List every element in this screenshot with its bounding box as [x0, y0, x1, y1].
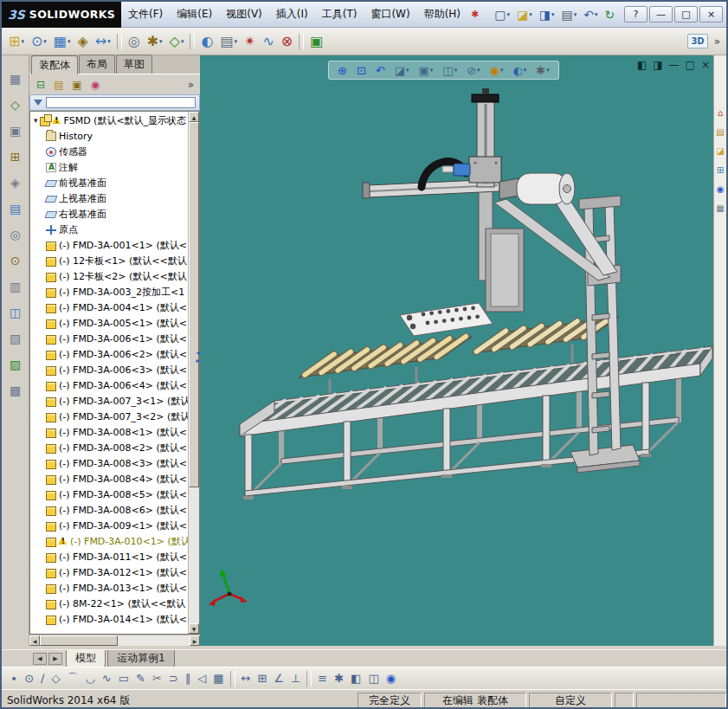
- tree-item[interactable]: (-) FMD-3A-009<1> (默认<: [30, 518, 188, 533]
- tree-item[interactable]: (-) FMD-3A-013<1> (默认<: [30, 580, 188, 596]
- view-palette-icon[interactable]: ⊞: [717, 166, 724, 175]
- propertymanager-tab[interactable]: ▤: [51, 77, 67, 93]
- doc-restore-button[interactable]: □: [686, 60, 695, 70]
- linear-component-pattern-button[interactable]: ▦ ▾: [51, 31, 74, 52]
- tree-item[interactable]: (-) FMD-3A-003_2按加工<1: [30, 284, 188, 300]
- left-toolbar-button-2[interactable]: ◇: [6, 95, 25, 114]
- hide-show-items-button[interactable]: ⊘ ▾: [464, 60, 482, 81]
- left-toolbar-button-5[interactable]: ◈: [6, 173, 25, 192]
- left-toolbar-button-4[interactable]: ⊞: [6, 147, 25, 166]
- print-button[interactable]: ▤ ▾: [559, 4, 580, 25]
- tree-item[interactable]: (-) 12卡板<1> (默认<<默认: [30, 253, 188, 268]
- tree-item[interactable]: (-) FMD-3A-007_3<2> (默认: [30, 409, 188, 424]
- graphics-area[interactable]: [200, 55, 717, 646]
- interference-detection-button[interactable]: ⊗: [279, 31, 295, 52]
- menu-help[interactable]: 帮助(H): [417, 3, 467, 25]
- left-toolbar-button-10[interactable]: ◫: [6, 303, 25, 322]
- menu-view[interactable]: 视图(V): [219, 3, 269, 25]
- tree-item[interactable]: (-) 12卡板<2> (默认<<默认: [30, 268, 188, 284]
- split-view-right-button[interactable]: ◨: [653, 60, 662, 70]
- tree-item[interactable]: (-) FMD-3A-001<1> (默认<: [30, 237, 188, 253]
- move-component-button[interactable]: ↔ ▾: [93, 31, 113, 52]
- left-toolbar-button-6[interactable]: ▤: [6, 199, 25, 218]
- tree-item[interactable]: 原点: [30, 222, 188, 237]
- tree-item[interactable]: (-) 8M-22<1> (默认<<默认: [30, 596, 188, 611]
- scrollbar-track[interactable]: [189, 487, 199, 623]
- grid-snap-button[interactable]: ⊞: [254, 668, 269, 689]
- zoom-fit-button[interactable]: ⊕: [335, 60, 350, 81]
- tree-item[interactable]: 右视基准面: [30, 206, 188, 222]
- tree-item[interactable]: (-) FMD-3A-014<1> (默认<: [30, 611, 188, 627]
- point-tool-button[interactable]: ∙: [8, 668, 20, 689]
- show-hidden-components-button[interactable]: ◎: [126, 31, 143, 52]
- edit-appearance-button[interactable]: ◉ ▾: [487, 60, 506, 81]
- bill-of-materials-button[interactable]: ▤ ▾: [217, 31, 240, 52]
- spline-tool-button[interactable]: ∿: [100, 668, 114, 689]
- scroll-left-button[interactable]: ◀: [29, 635, 40, 646]
- graphics-viewport[interactable]: ⊕ ⊡ ↶ ◪ ▾ ▣ ▾ ◫: [200, 55, 717, 646]
- tree-filter-input[interactable]: [46, 97, 196, 108]
- separator[interactable]: [117, 33, 122, 50]
- tree-item[interactable]: (-) FMD-3A-012<1> (默认<: [30, 564, 188, 580]
- line-tool-button[interactable]: ∕: [38, 668, 47, 689]
- tab-model[interactable]: 模型: [66, 650, 106, 667]
- separator[interactable]: [230, 670, 235, 687]
- left-toolbar-button-8[interactable]: ⊙: [6, 251, 25, 270]
- scroll-right-button[interactable]: ▶: [190, 635, 200, 646]
- left-toolbar-button-13[interactable]: ▩: [6, 381, 25, 400]
- tab-assembly[interactable]: 装配体: [31, 55, 78, 74]
- menu-tools[interactable]: 工具(T): [315, 3, 364, 25]
- appearances-icon[interactable]: ◉: [717, 185, 725, 194]
- perpendicular-relation-button[interactable]: ⊥: [288, 668, 303, 689]
- close-button[interactable]: ×: [699, 6, 723, 23]
- insert-components-button[interactable]: ⊞ ▾: [6, 31, 27, 52]
- centerline-tool-button[interactable]: ◇: [48, 668, 62, 689]
- rapid-sketch-button[interactable]: ✱: [332, 668, 346, 689]
- arc-tool-button[interactable]: ⌒: [64, 668, 81, 689]
- tree-item[interactable]: FSMD (默认<默认_显示状态: [30, 113, 188, 128]
- scroll-up-button[interactable]: ▲: [189, 112, 199, 122]
- doc-minimize-button[interactable]: —: [669, 60, 680, 70]
- scroll-down-button[interactable]: ▼: [189, 623, 199, 634]
- tree-item[interactable]: 注解: [30, 159, 188, 175]
- left-toolbar-button-9[interactable]: ▥: [6, 277, 25, 296]
- assembly-features-button[interactable]: ✱ ▾: [145, 31, 165, 52]
- design-library-icon[interactable]: ▤: [716, 128, 724, 137]
- instant2d-button[interactable]: ◫: [365, 668, 381, 689]
- instant3d-button[interactable]: ▣: [307, 31, 325, 52]
- tree-item[interactable]: 传感器: [30, 144, 188, 159]
- tree-item[interactable]: (-) FMD-3A-008<4> (默认<: [30, 471, 188, 487]
- undo-button[interactable]: ↶ ▾: [581, 4, 600, 25]
- tree-item[interactable]: (-) FMD-3A-006<4> (默认<: [30, 377, 188, 393]
- tree-item[interactable]: (-) FMD-3A-008<3> (默认<: [30, 455, 188, 471]
- tab-scroll-left-button[interactable]: ◀: [33, 653, 47, 665]
- previous-view-button[interactable]: ↶: [373, 60, 388, 81]
- tree-horizontal-scrollbar[interactable]: ◀ ▶: [29, 635, 200, 646]
- tree-item[interactable]: (-) FMD-3A-004<1> (默认<: [30, 300, 188, 315]
- angle-dimension-button[interactable]: ∠: [271, 668, 287, 689]
- circle-tool-button[interactable]: ⊙: [22, 668, 36, 689]
- zoom-area-button[interactable]: ⊡: [354, 60, 369, 81]
- exploded-view-button[interactable]: ✴: [242, 31, 258, 52]
- new-document-button[interactable]: ▢ ▾: [492, 4, 512, 25]
- left-toolbar-button-3[interactable]: ▣: [6, 121, 25, 140]
- shaded-contours-button[interactable]: ◧: [348, 668, 364, 689]
- open-document-button[interactable]: ◪ ▾: [514, 4, 535, 25]
- view-settings-button[interactable]: ✱ ▾: [533, 60, 551, 81]
- panel-resize-handle[interactable]: ◂ ▸: [193, 345, 203, 371]
- new-motion-study-button[interactable]: ◐: [198, 31, 216, 52]
- tree-item[interactable]: (-) FMD-3A-008<1> (默认<: [30, 424, 188, 440]
- tree-item[interactable]: (-) FMD-3A-006<2> (默认<: [30, 346, 188, 362]
- menu-window[interactable]: 窗口(W): [364, 3, 416, 25]
- tree-item[interactable]: (-) FMD-3A-008<5> (默认<: [30, 487, 188, 502]
- tree-item[interactable]: (-) FMD-3A-011<1> (默认<: [30, 549, 188, 564]
- file-explorer-icon[interactable]: ◪: [716, 147, 724, 156]
- tree-item[interactable]: (-) FMD-3A-010<1> (默认: [30, 533, 188, 549]
- tree-item[interactable]: (-) FMD-3A-008<2> (默认<: [30, 440, 188, 455]
- scrollbar-track[interactable]: [118, 635, 190, 646]
- offset-entities-button[interactable]: ∥: [183, 668, 194, 689]
- smart-dimension-button[interactable]: ↔: [239, 668, 254, 689]
- rectangle-tool-button[interactable]: ▭: [116, 668, 132, 689]
- display-style-button[interactable]: ◫ ▾: [440, 60, 460, 81]
- reference-geometry-button[interactable]: ◇ ▾: [167, 31, 187, 52]
